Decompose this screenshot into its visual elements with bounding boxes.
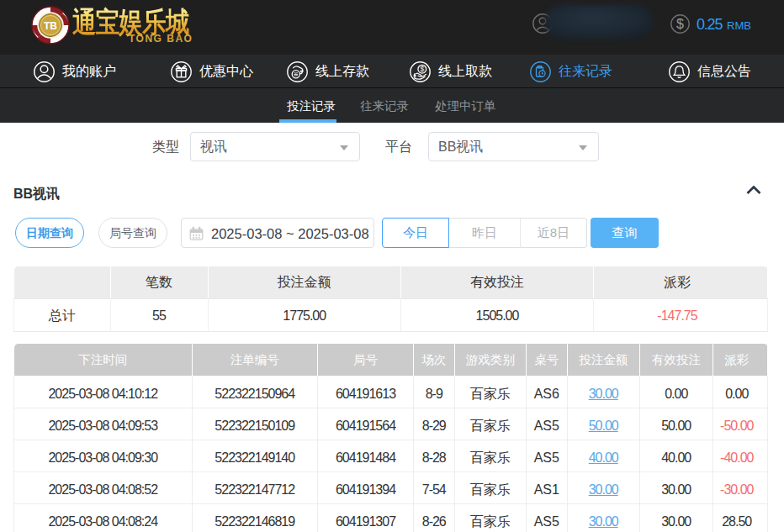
svg-text:$: $ — [420, 65, 424, 73]
svg-text:$: $ — [676, 17, 684, 31]
